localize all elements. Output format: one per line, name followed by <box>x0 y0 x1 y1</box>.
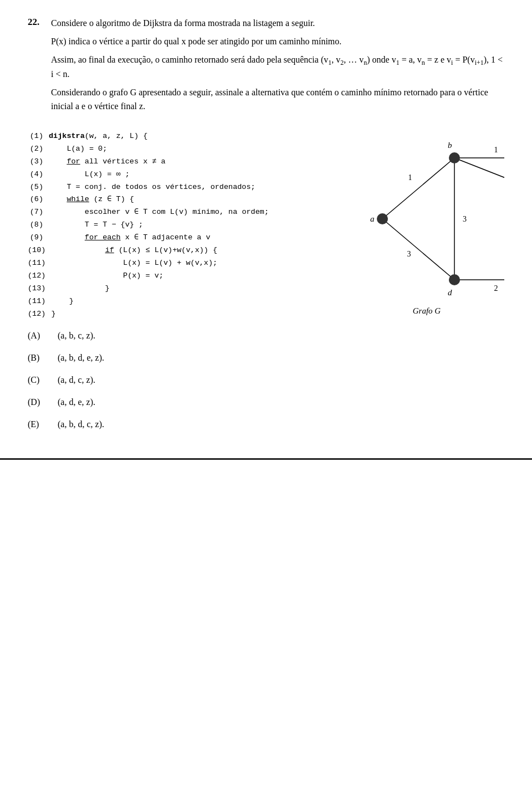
line-num-13: (13) <box>28 283 51 295</box>
code-section: (1) dijkstra(w, a, z, L) { (2) L(a) = 0;… <box>28 130 504 321</box>
code-line-3: (3) for all vértices x ≠ a <box>28 156 332 168</box>
option-text-d: (a, d, e, z). <box>58 397 95 407</box>
question-body: Considere o algoritmo de Dijkstra da for… <box>51 17 504 118</box>
code-content-5: T = conj. de todos os vértices, ordenado… <box>49 181 255 194</box>
question-page: 22. Considere o algoritmo de Dijkstra da… <box>0 0 532 460</box>
para-4: Considerando o grafo G apresentado a seg… <box>51 86 504 114</box>
option-text-e: (a, b, d, c, z). <box>58 419 104 429</box>
option-row-d: (D) (a, d, e, z). <box>28 397 504 407</box>
code-line-9: (9) for each x ∈ T adjacente a v <box>28 232 332 244</box>
option-text-c: (a, d, c, z). <box>58 375 95 385</box>
code-line-12: (12) P(x) = v; <box>28 270 332 283</box>
line-num-12: (12) <box>28 270 51 283</box>
line-num-10: (10) <box>28 244 51 257</box>
code-line-11: (11) L(x) = L(v) + w(v,x); <box>28 257 332 270</box>
code-content-2: L(a) = 0; <box>49 143 107 156</box>
code-content-12: P(x) = v; <box>51 270 163 283</box>
option-row-b: (B) (a, b, d, e, z). <box>28 353 504 363</box>
para-1: Considere o algoritmo de Dijkstra da for… <box>51 17 504 30</box>
code-content-15: } <box>51 308 55 321</box>
node-d <box>449 274 460 285</box>
graph-caption: Grafo G <box>413 306 441 316</box>
line-num-14: (11) <box>28 295 51 308</box>
edge-label-de: 2 <box>494 284 498 293</box>
edge-label-bc: 1 <box>494 146 498 154</box>
edge-label-ab: 1 <box>408 173 412 182</box>
code-content-14: } <box>51 295 74 308</box>
node-label-a: a <box>370 214 375 223</box>
graph-svg: 1 1 3 3 2 3 2 <box>349 130 504 302</box>
question-number: 22. <box>28 17 45 118</box>
code-line-7: (7) escolher v ∈ T com L(v) mínimo, na o… <box>28 206 332 219</box>
line-num-5: (5) <box>28 181 49 194</box>
line-num-3: (3) <box>28 156 49 168</box>
option-row-c: (C) (a, d, c, z). <box>28 375 504 385</box>
line-num-4: (4) <box>28 168 49 181</box>
code-line-1: (1) dijkstra(w, a, z, L) { <box>28 130 332 143</box>
node-label-b: b <box>448 141 452 150</box>
line-num-8: (8) <box>28 219 49 232</box>
code-line-10: (10) if (L(x) ≤ L(v)+w(v,x)) { <box>28 244 332 257</box>
code-line-2: (2) L(a) = 0; <box>28 143 332 156</box>
node-a <box>377 213 388 224</box>
code-content-1: dijkstra(w, a, z, L) { <box>49 130 147 143</box>
code-content-9: for each x ∈ T adjacente a v <box>49 232 211 244</box>
code-line-5: (5) T = conj. de todos os vértices, orde… <box>28 181 332 194</box>
code-content-10: if (L(x) ≤ L(v)+w(v,x)) { <box>51 244 217 257</box>
line-num-6: (6) <box>28 193 49 206</box>
options-section: (A) (a, b, c, z). (B) (a, b, d, e, z). (… <box>28 331 504 429</box>
option-row-a: (A) (a, b, c, z). <box>28 331 504 341</box>
code-block: (1) dijkstra(w, a, z, L) { (2) L(a) = 0;… <box>28 130 332 321</box>
para-3: Assim, ao final da execução, o caminho r… <box>51 53 504 82</box>
code-line-4: (4) L(x) = ∞ ; <box>28 168 332 181</box>
option-label-c: (C) <box>28 375 48 385</box>
option-label-e: (E) <box>28 419 48 429</box>
line-num-15: (12) <box>28 308 51 321</box>
svg-line-0 <box>382 158 454 219</box>
para-2: P(x) indica o vértice a partir do qual x… <box>51 35 504 49</box>
code-line-14: (11) } <box>28 295 332 308</box>
code-line-8: (8) T = T − {v} ; <box>28 219 332 232</box>
question-header: 22. Considere o algoritmo de Dijkstra da… <box>28 17 504 118</box>
code-content-4: L(x) = ∞ ; <box>49 168 130 181</box>
graph-area: 1 1 3 3 2 3 2 <box>349 130 504 316</box>
code-line-13: (13) } <box>28 283 332 295</box>
edge-label-bd: 3 <box>463 215 467 223</box>
line-num-1: (1) <box>28 130 49 143</box>
code-content-11: L(x) = L(v) + w(v,x); <box>51 257 217 270</box>
option-label-d: (D) <box>28 397 48 407</box>
code-content-6: while (z ∈ T) { <box>49 193 134 206</box>
code-content-8: T = T − {v} ; <box>49 219 143 232</box>
node-label-d: d <box>448 288 452 297</box>
svg-line-4 <box>454 158 504 219</box>
edge-label-ad: 3 <box>407 250 411 258</box>
option-row-e: (E) (a, b, d, c, z). <box>28 419 504 429</box>
code-line-15: (12) } <box>28 308 332 321</box>
line-num-7: (7) <box>28 206 49 219</box>
line-num-2: (2) <box>28 143 49 156</box>
line-num-9: (9) <box>28 232 49 244</box>
svg-line-2 <box>382 219 454 280</box>
code-content-13: } <box>51 283 109 295</box>
option-label-a: (A) <box>28 331 48 341</box>
code-line-6: (6) while (z ∈ T) { <box>28 193 332 206</box>
code-content-3: for all vértices x ≠ a <box>49 156 166 168</box>
option-label-b: (B) <box>28 353 48 363</box>
line-num-11: (11) <box>28 257 51 270</box>
option-text-b: (a, b, d, e, z). <box>58 353 104 363</box>
node-b <box>449 152 460 163</box>
code-content-7: escolher v ∈ T com L(v) mínimo, na ordem… <box>49 206 269 219</box>
option-text-a: (a, b, c, z). <box>58 331 95 341</box>
